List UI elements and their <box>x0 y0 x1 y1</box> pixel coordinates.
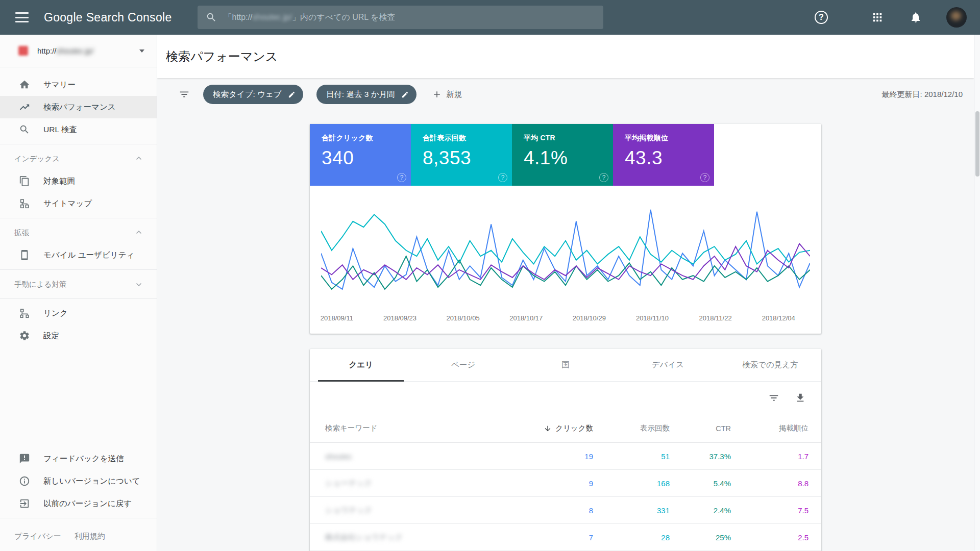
sidebar-item-summary[interactable]: サマリー <box>0 73 157 96</box>
ctr-cell[interactable]: 25% <box>670 533 731 542</box>
sidebar-divider <box>0 218 157 218</box>
clicks-cell[interactable]: 9 <box>517 479 593 488</box>
filter-chip-search-type[interactable]: 検索タイプ: ウェブ <box>203 85 303 104</box>
help-icon[interactable]: ? <box>815 11 828 24</box>
sidebar-item-links[interactable]: リンク <box>0 302 157 324</box>
sidebar-item-settings[interactable]: 設定 <box>0 324 157 347</box>
chevron-up-icon <box>134 154 143 163</box>
chart-line-表示回数 <box>321 215 810 264</box>
impressions-cell[interactable]: 331 <box>593 506 670 515</box>
page-header: 検索パフォーマンス <box>157 35 974 78</box>
terms-link[interactable]: 利用規約 <box>75 532 105 541</box>
chart-line-CTR <box>321 256 810 289</box>
x-axis-label: 2018/12/04 <box>762 314 795 322</box>
download-icon[interactable] <box>795 392 806 404</box>
filter-chip-date-range[interactable]: 日付: 過去 3 か月間 <box>316 85 416 104</box>
keyword-cell: 株式会社ショウテック <box>325 533 517 542</box>
menu-icon[interactable] <box>15 12 29 22</box>
position-cell[interactable]: 2.5 <box>731 533 808 542</box>
table-row[interactable]: ショーテック 9 168 5.4% 8.8 <box>310 470 821 497</box>
metric-value: 43.3 <box>625 147 714 169</box>
tile-help-icon[interactable]: ? <box>397 173 406 182</box>
sidebar-item-performance[interactable]: 検索パフォーマンス <box>0 96 157 118</box>
x-axis-label: 2018/10/17 <box>509 314 543 322</box>
tab-devices[interactable]: デバイス <box>617 349 719 381</box>
filter-icon[interactable] <box>768 392 779 404</box>
filter-icon[interactable] <box>179 89 190 100</box>
new-filter-button[interactable]: 新規 <box>432 89 462 100</box>
impressions-cell[interactable]: 168 <box>593 479 670 488</box>
app-title: Google Search Console <box>44 11 172 24</box>
scrollbar-thumb[interactable] <box>975 111 979 177</box>
tile-help-icon[interactable]: ? <box>599 173 608 182</box>
ctr-cell[interactable]: 2.4% <box>670 506 731 515</box>
ctr-cell[interactable]: 5.4% <box>670 479 731 488</box>
sidebar-item-back-to-old-version[interactable]: 以前のバージョンに戻す <box>0 492 157 515</box>
metric-tile-ctr[interactable]: 平均 CTR 4.1% ? <box>512 124 613 186</box>
sidebar-item-coverage[interactable]: 対象範囲 <box>0 170 157 192</box>
property-url-domain: shoutec.jp/ <box>57 46 94 55</box>
x-axis-label: 2018/09/23 <box>383 314 416 322</box>
position-cell[interactable]: 7.5 <box>731 506 808 515</box>
col-header-ctr[interactable]: CTR <box>670 424 731 433</box>
tab-queries[interactable]: クエリ <box>310 349 412 381</box>
notifications-icon[interactable] <box>910 11 922 23</box>
sidebar-item-send-feedback[interactable]: フィードバックを送信 <box>0 447 157 470</box>
sidebar-nav: サマリー 検索パフォーマンス URL 検査 インデックス 対象範囲 サイトマップ… <box>0 67 157 347</box>
sort-desc-icon <box>544 424 552 433</box>
performance-chart-card: 合計クリック数 340 ? 合計表示回数 8,353 ? 平均 CTR 4.1%… <box>310 124 821 334</box>
metric-tile-position[interactable]: 平均掲載順位 43.3 ? <box>613 124 714 186</box>
keyword-cell: shoutec <box>325 452 517 461</box>
tab-countries[interactable]: 国 <box>514 349 617 381</box>
clicks-cell[interactable]: 7 <box>517 533 593 542</box>
clicks-cell[interactable]: 19 <box>517 452 593 461</box>
vertical-scrollbar[interactable] <box>974 35 980 551</box>
tile-help-icon[interactable]: ? <box>700 173 709 182</box>
metric-tile-clicks[interactable]: 合計クリック数 340 ? <box>310 124 411 186</box>
x-axis-label: 2018/10/05 <box>447 314 480 322</box>
impressions-cell[interactable]: 28 <box>593 533 670 542</box>
table-row[interactable]: shoutec 19 51 37.3% 1.7 <box>310 443 821 470</box>
url-inspect-search-input[interactable]: 「http://shoutec.jp/」内のすべての URL を検査 <box>198 6 603 29</box>
property-selector[interactable]: http://shoutec.jp/ <box>0 35 157 67</box>
url-inspect-icon <box>19 124 30 135</box>
chart-line-掲載順位 <box>321 244 810 280</box>
table-row[interactable]: 株式会社ショウテック 7 28 25% 2.5 <box>310 524 821 551</box>
col-header-clicks[interactable]: クリック数 <box>517 423 593 433</box>
sidebar-section-manual-actions[interactable]: 手動による対策 <box>0 273 157 295</box>
top-app-bar: Google Search Console 「http://shoutec.jp… <box>0 0 980 35</box>
edit-icon <box>288 91 296 98</box>
sidebar-item-url-inspection[interactable]: URL 検査 <box>0 118 157 141</box>
table-row[interactable]: ショウテック 8 331 2.4% 7.5 <box>310 497 821 524</box>
position-cell[interactable]: 1.7 <box>731 452 808 461</box>
revert-icon <box>19 498 30 509</box>
tab-pages[interactable]: ページ <box>412 349 514 381</box>
privacy-link[interactable]: プライバシー <box>14 532 61 541</box>
col-header-position[interactable]: 掲載順位 <box>731 423 808 433</box>
sidebar-divider <box>0 518 157 518</box>
tile-help-icon[interactable]: ? <box>498 173 507 182</box>
keyword-cell: ショーテック <box>325 479 517 488</box>
edit-icon <box>401 91 409 98</box>
col-header-impressions[interactable]: 表示回数 <box>593 423 670 433</box>
col-header-keyword[interactable]: 検索キーワード <box>325 423 517 433</box>
performance-chart[interactable] <box>321 208 810 308</box>
sidebar-item-sitemaps[interactable]: サイトマップ <box>0 192 157 215</box>
impressions-cell[interactable]: 51 <box>593 452 670 461</box>
sidebar-section-enhancements[interactable]: 拡張 <box>0 221 157 244</box>
avatar[interactable] <box>946 7 967 28</box>
apps-icon[interactable] <box>872 12 883 23</box>
position-cell[interactable]: 8.8 <box>731 479 808 488</box>
search-placeholder-prefix: 「http:// <box>224 12 253 23</box>
tab-search-appearance[interactable]: 検索での見え方 <box>719 349 821 381</box>
sidebar-item-mobile-usability[interactable]: モバイル ユーザビリティ <box>0 244 157 266</box>
sidebar-section-index[interactable]: インデックス <box>0 147 157 170</box>
metric-value: 340 <box>322 147 411 169</box>
main-content: 検索パフォーマンス 検索タイプ: ウェブ 日付: 過去 3 か月間 新規 最終更… <box>157 35 974 551</box>
sidebar-item-about-new-version[interactable]: 新しいバージョンについて <box>0 470 157 492</box>
search-placeholder-suffix: 」内のすべての URL を検査 <box>292 12 396 23</box>
metric-tile-impressions[interactable]: 合計表示回数 8,353 ? <box>411 124 512 186</box>
ctr-cell[interactable]: 37.3% <box>670 452 731 461</box>
clicks-cell[interactable]: 8 <box>517 506 593 515</box>
property-favicon <box>18 46 28 56</box>
